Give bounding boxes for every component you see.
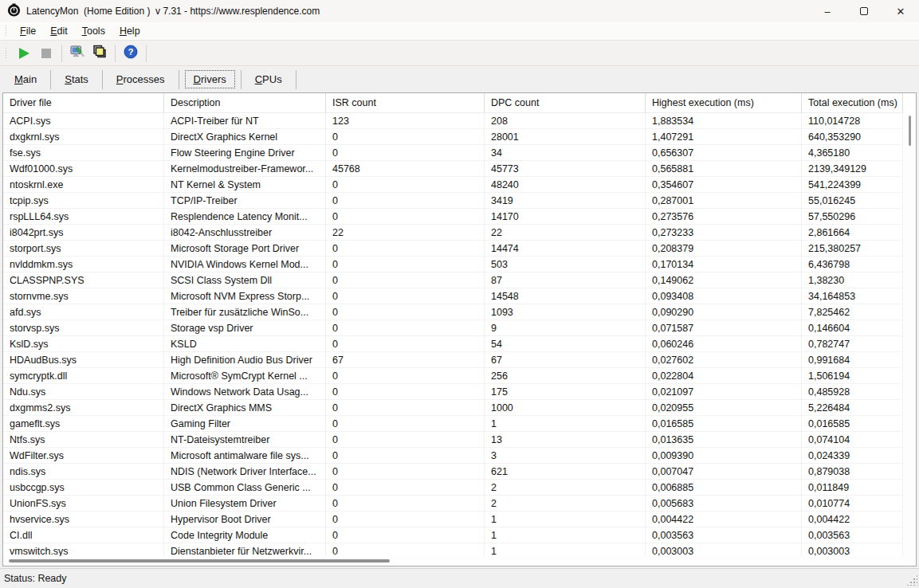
- help-question-icon: ?: [123, 44, 139, 62]
- cell-total-execution-ms: 2139,349129: [802, 161, 903, 177]
- column-header-highest-execution-ms[interactable]: Highest execution (ms): [646, 93, 802, 113]
- cell-dpc-count: 9: [485, 320, 646, 336]
- cell-isr-count: 0: [326, 272, 485, 288]
- column-header-isr-count[interactable]: ISR count: [326, 93, 485, 113]
- table-row[interactable]: ndis.sysNDIS (Network Driver Interface..…: [3, 464, 916, 480]
- table-row[interactable]: usbccgp.sysUSB Common Class Generic ...0…: [3, 480, 916, 496]
- cell-dpc-count: 1: [485, 543, 646, 556]
- start-monitor-button[interactable]: [13, 43, 35, 64]
- table-row[interactable]: Ndu.sysWindows Network Data Usag...01750…: [3, 384, 916, 400]
- table-row[interactable]: CLASSPNP.SYSSCSI Class System Dll0870,14…: [3, 272, 916, 288]
- table-row[interactable]: UnionFS.sysUnion Filesystem Driver020,00…: [3, 496, 916, 512]
- cell-isr-count: 0: [326, 416, 485, 432]
- table-row[interactable]: HDAudBus.sysHigh Definition Audio Bus Dr…: [3, 352, 916, 368]
- cell-description: Microsoft Storage Port Driver: [164, 241, 326, 257]
- cell-highest-execution-ms: 0,009390: [646, 448, 802, 464]
- column-header-dpc-count[interactable]: DPC count: [485, 93, 646, 113]
- table-row[interactable]: CI.dllCode Integrity Module010,0035630,0…: [3, 527, 916, 543]
- help-button[interactable]: ?: [120, 43, 142, 64]
- table-row[interactable]: nvlddmkm.sysNVIDIA Windows Kernel Mod...…: [3, 257, 916, 272]
- table-row[interactable]: Wdf01000.sysKernelmodustreiber-Framewor.…: [3, 161, 916, 177]
- table-row[interactable]: rspLLL64.sysResplendence Latency Monit..…: [3, 209, 916, 225]
- cell-driver-file: dxgkrnl.sys: [3, 129, 164, 145]
- cell-isr-count: 0: [326, 543, 485, 556]
- table-row[interactable]: storport.sysMicrosoft Storage Port Drive…: [3, 241, 916, 257]
- cell-isr-count: 0: [326, 384, 485, 400]
- menu-edit[interactable]: Edit: [43, 24, 75, 39]
- table-row[interactable]: gameflt.sysGaming Filter010,0165850,0165…: [3, 416, 916, 432]
- table-row[interactable]: KslD.sysKSLD0540,0602460,782747: [3, 336, 916, 352]
- copy-report-button[interactable]: [88, 43, 111, 64]
- table-row[interactable]: ntoskrnl.exeNT Kernel & System0482400,35…: [3, 177, 916, 193]
- cell-total-execution-ms: 541,224399: [802, 177, 903, 193]
- cell-isr-count: 0: [326, 464, 485, 480]
- table-row[interactable]: afd.sysTreiber für zusätzliche WinSo...0…: [3, 304, 916, 320]
- cell-isr-count: 0: [326, 432, 485, 448]
- table-row[interactable]: dxgkrnl.sysDirectX Graphics Kernel028001…: [3, 129, 916, 145]
- menu-tools[interactable]: Tools: [75, 24, 112, 39]
- cell-isr-count: 0: [326, 480, 485, 496]
- vertical-scrollbar[interactable]: [904, 114, 916, 555]
- table-row[interactable]: stornvme.sysMicrosoft NVM Express Storp.…: [3, 288, 916, 304]
- tab-main[interactable]: Main: [6, 71, 45, 88]
- drivers-table: Driver fileDescriptionISR countDPC count…: [2, 92, 917, 566]
- rebar-grip: [5, 25, 8, 37]
- menu-file[interactable]: File: [13, 24, 43, 39]
- table-row[interactable]: fse.sysFlow Steering Engine Driver0340,6…: [3, 145, 916, 161]
- table-row[interactable]: i8042prt.sysi8042-Anschlusstreiber22220,…: [3, 225, 916, 241]
- cell-description: Dienstanbieter für Netzwerkvir...: [164, 543, 326, 556]
- menu-help[interactable]: Help: [112, 24, 147, 39]
- cell-driver-file: Ndu.sys: [3, 384, 164, 400]
- table-row[interactable]: Ntfs.sysNT-Dateisystemtreiber0130,013635…: [3, 432, 916, 448]
- horizontal-scrollbar-thumb[interactable]: [9, 559, 390, 563]
- tab-drivers[interactable]: Drivers: [185, 70, 235, 88]
- table-row[interactable]: vmswitch.sysDienstanbieter für Netzwerkv…: [3, 543, 916, 556]
- table-row[interactable]: ACPI.sysACPI-Treiber für NT1232081,88353…: [3, 113, 916, 129]
- cell-highest-execution-ms: 0,656307: [646, 145, 802, 161]
- cell-driver-file: CLASSPNP.SYS: [3, 272, 164, 288]
- cell-driver-file: CI.dll: [3, 527, 164, 543]
- cell-total-execution-ms: 0,485928: [802, 384, 903, 400]
- table-row[interactable]: dxgmms2.sysDirectX Graphics MMS010000,02…: [3, 400, 916, 416]
- minimize-button[interactable]: –: [809, 0, 846, 22]
- close-button[interactable]: ✕: [882, 0, 919, 22]
- table-row[interactable]: storvsp.sysStorage vsp Driver090,0715870…: [3, 320, 916, 336]
- cell-isr-count: 0: [326, 320, 485, 336]
- options-button[interactable]: [66, 43, 88, 64]
- cell-total-execution-ms: 0,016585: [802, 416, 903, 432]
- table-row[interactable]: symcryptk.dllMicrosoft® SymCrypt Kernel …: [3, 368, 916, 384]
- cell-dpc-count: 54: [485, 336, 646, 352]
- cell-total-execution-ms: 0,074104: [802, 432, 903, 448]
- cell-total-execution-ms: 0,146604: [802, 320, 903, 336]
- column-header-driver-file[interactable]: Driver file: [3, 93, 164, 113]
- cell-driver-file: KslD.sys: [3, 336, 164, 352]
- copy-report-squares-icon: [92, 44, 108, 62]
- cell-description: NDIS (Network Driver Interface...: [164, 464, 326, 480]
- cell-description: i8042-Anschlusstreiber: [164, 225, 326, 241]
- tab-stats[interactable]: Stats: [57, 71, 96, 88]
- maximize-button[interactable]: [846, 0, 882, 22]
- stop-monitor-button[interactable]: [35, 43, 57, 64]
- cell-description: Microsoft NVM Express Storp...: [164, 288, 326, 304]
- tab-processes[interactable]: Processes: [108, 71, 173, 88]
- cell-driver-file: WdFilter.sys: [3, 448, 164, 464]
- cell-isr-count: 0: [326, 527, 485, 543]
- cell-description: Code Integrity Module: [164, 527, 326, 543]
- cell-highest-execution-ms: 0,003563: [646, 527, 802, 543]
- latencymon-window: LatencyMon (Home Edition ) v 7.31 - http…: [0, 0, 919, 588]
- vertical-scrollbar-thumb[interactable]: [909, 116, 911, 146]
- column-header-total-execution-ms[interactable]: Total execution (ms): [802, 93, 903, 113]
- cell-highest-execution-ms: 0,208379: [646, 241, 802, 257]
- cell-driver-file: i8042prt.sys: [3, 225, 164, 241]
- menu-bar: File Edit Tools Help: [0, 22, 919, 41]
- cell-total-execution-ms: 0,011849: [802, 480, 903, 496]
- table-row[interactable]: WdFilter.sysMicrosoft antimalware file s…: [3, 448, 916, 464]
- cell-isr-count: 0: [326, 448, 485, 464]
- table-row[interactable]: hvservice.sysHypervisor Boot Driver010,0…: [3, 512, 916, 527]
- resize-grip[interactable]: [906, 574, 917, 586]
- tab-cpus[interactable]: CPUs: [247, 71, 290, 88]
- table-row[interactable]: tcpip.sysTCP/IP-Treiber034190,28700155,0…: [3, 193, 916, 209]
- column-header-description[interactable]: Description: [164, 93, 326, 113]
- horizontal-scrollbar[interactable]: [3, 556, 916, 566]
- cell-description: Treiber für zusätzliche WinSo...: [164, 304, 326, 320]
